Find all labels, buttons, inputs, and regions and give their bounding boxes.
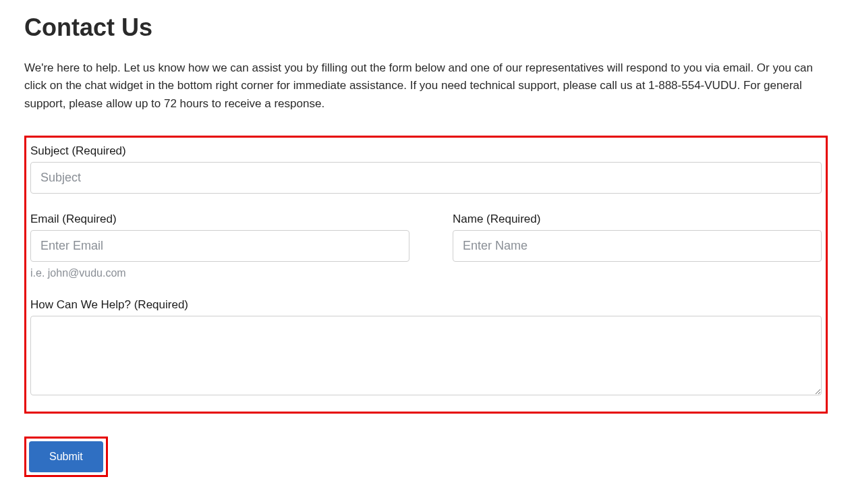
email-hint: i.e. john@vudu.com xyxy=(30,267,409,279)
intro-text: We're here to help. Let us know how we c… xyxy=(24,59,827,113)
subject-label: Subject (Required) xyxy=(30,144,822,158)
name-input[interactable] xyxy=(453,230,822,262)
email-input[interactable] xyxy=(30,230,409,262)
subject-input[interactable] xyxy=(30,162,822,194)
submit-button[interactable]: Submit xyxy=(29,441,103,472)
help-textarea[interactable] xyxy=(30,316,822,395)
submit-wrap: Submit xyxy=(24,437,108,477)
name-label: Name (Required) xyxy=(453,213,822,226)
contact-form-container: Subject (Required) Email (Required) i.e.… xyxy=(24,136,828,414)
help-label: How Can We Help? (Required) xyxy=(30,298,822,312)
email-label: Email (Required) xyxy=(30,213,409,226)
page-title: Contact Us xyxy=(24,13,828,42)
